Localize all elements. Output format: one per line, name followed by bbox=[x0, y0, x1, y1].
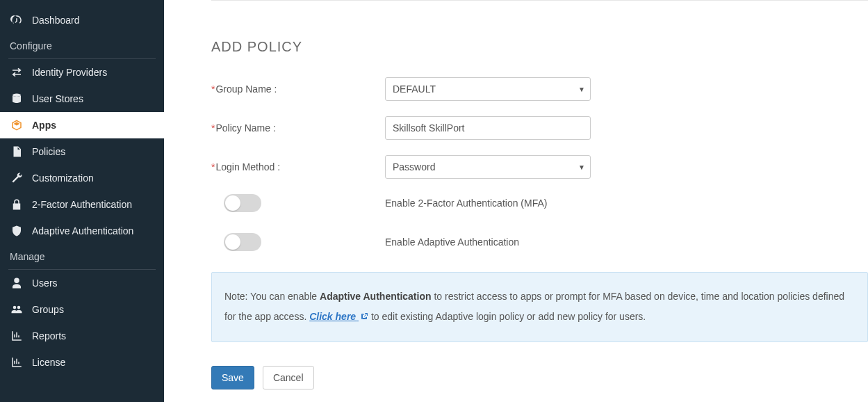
sidebar-item-label: Customization bbox=[32, 172, 94, 184]
document-icon bbox=[10, 145, 24, 159]
chart-icon bbox=[10, 329, 24, 343]
page-title: ADD POLICY bbox=[211, 39, 868, 55]
label-login-method: *Login Method : bbox=[211, 161, 385, 172]
wrench-icon bbox=[10, 171, 24, 185]
info-text-suffix: to edit existing Adaptive login policy o… bbox=[368, 311, 646, 322]
toggle-knob bbox=[225, 195, 240, 211]
toggle-adaptive[interactable] bbox=[224, 233, 261, 251]
chart-icon bbox=[10, 355, 24, 369]
sidebar-item-user-stores[interactable]: User Stores bbox=[0, 86, 164, 112]
sidebar-item-label: Apps bbox=[32, 120, 56, 131]
cancel-button[interactable]: Cancel bbox=[263, 366, 314, 389]
sidebar-item-label: Groups bbox=[32, 304, 64, 315]
arrows-icon bbox=[10, 65, 24, 79]
label-group-name: *Group Name : bbox=[211, 83, 385, 95]
row-group-name: *Group Name : DEFAULT ▼ bbox=[211, 77, 868, 101]
sidebar-item-adaptive-auth[interactable]: Adaptive Authentication bbox=[0, 218, 164, 244]
sidebar-item-license[interactable]: License bbox=[0, 349, 164, 376]
external-link-icon bbox=[360, 312, 368, 321]
sidebar-item-policies[interactable]: Policies bbox=[0, 138, 164, 165]
cube-icon bbox=[10, 118, 24, 132]
sidebar-item-reports[interactable]: Reports bbox=[0, 323, 164, 349]
sidebar-item-label: Dashboard bbox=[32, 15, 80, 26]
info-bold: Adaptive Authentication bbox=[320, 291, 432, 302]
button-row: Save Cancel bbox=[211, 366, 868, 389]
sidebar-item-label: User Stores bbox=[32, 93, 83, 104]
sidebar-item-identity-providers[interactable]: Identity Providers bbox=[0, 59, 164, 86]
sidebar-item-2fa[interactable]: 2-Factor Authentication bbox=[0, 191, 164, 218]
label-policy-name: *Policy Name : bbox=[211, 122, 385, 134]
info-link-click-here[interactable]: Click here bbox=[309, 311, 368, 322]
row-toggle-mfa: Enable 2-Factor Authentication (MFA) bbox=[211, 194, 868, 212]
shield-icon bbox=[10, 224, 24, 238]
users-icon bbox=[10, 303, 24, 316]
sidebar-item-label: 2-Factor Authentication bbox=[32, 199, 132, 210]
row-toggle-adaptive: Enable Adaptive Authentication bbox=[211, 233, 868, 251]
sidebar-item-users[interactable]: Users bbox=[0, 270, 164, 296]
sidebar-item-customization[interactable]: Customization bbox=[0, 165, 164, 191]
sidebar-item-label: Adaptive Authentication bbox=[32, 225, 133, 236]
input-policy-name[interactable] bbox=[385, 116, 591, 140]
database-icon bbox=[10, 92, 24, 106]
row-policy-name: *Policy Name : bbox=[211, 116, 868, 140]
sidebar-item-apps[interactable]: Apps bbox=[0, 112, 164, 138]
sidebar-item-label: Identity Providers bbox=[32, 67, 107, 78]
label-toggle-adaptive: Enable Adaptive Authentication bbox=[385, 236, 519, 248]
select-login-method[interactable]: Password bbox=[385, 155, 591, 179]
sidebar-item-label: Users bbox=[32, 278, 58, 289]
select-group-name[interactable]: DEFAULT bbox=[385, 77, 591, 101]
save-button[interactable]: Save bbox=[211, 366, 254, 389]
sidebar-item-label: Policies bbox=[32, 146, 65, 157]
sidebar-item-dashboard[interactable]: Dashboard bbox=[0, 7, 164, 33]
sidebar-item-groups[interactable]: Groups bbox=[0, 296, 164, 323]
info-text-prefix: Note: You can enable bbox=[224, 291, 320, 302]
svg-point-0 bbox=[13, 94, 21, 97]
gauge-icon bbox=[10, 13, 24, 27]
main-content: ADD POLICY *Group Name : DEFAULT ▼ *Poli… bbox=[164, 0, 868, 402]
sidebar-section-manage: Manage bbox=[0, 244, 164, 269]
toggle-mfa[interactable] bbox=[224, 194, 261, 212]
user-icon bbox=[10, 276, 24, 290]
info-note: Note: You can enable Adaptive Authentica… bbox=[211, 272, 868, 342]
sidebar-section-configure: Configure bbox=[0, 33, 164, 58]
sidebar: Dashboard Configure Identity Providers U… bbox=[0, 0, 164, 402]
toggle-knob bbox=[225, 234, 240, 250]
top-divider bbox=[211, 0, 868, 1]
sidebar-item-label: Reports bbox=[32, 330, 66, 341]
lock-icon bbox=[10, 198, 24, 211]
label-toggle-mfa: Enable 2-Factor Authentication (MFA) bbox=[385, 198, 547, 209]
sidebar-item-label: License bbox=[32, 357, 65, 368]
row-login-method: *Login Method : Password ▼ bbox=[211, 155, 868, 179]
